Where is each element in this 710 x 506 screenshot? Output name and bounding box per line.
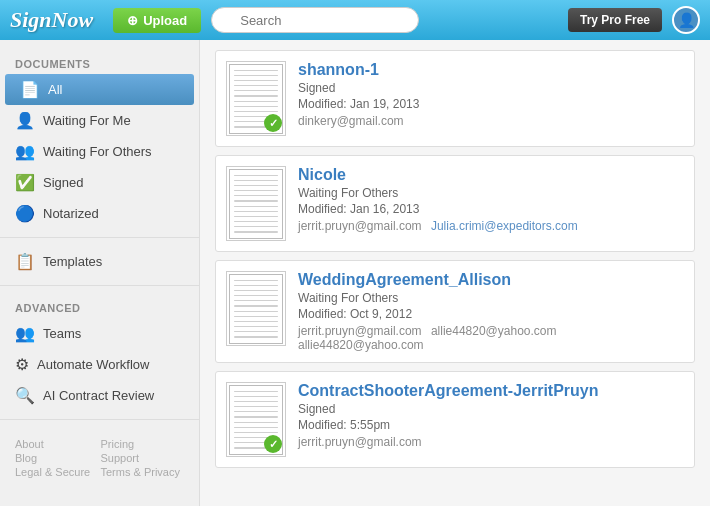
sidebar-item-templates-label: Templates xyxy=(43,254,102,269)
sidebar-footer: About Pricing Blog Support Legal & Secur… xyxy=(0,428,199,488)
sidebar-item-signed[interactable]: ✅ Signed xyxy=(0,167,199,198)
doc-status: Signed xyxy=(298,81,684,95)
search-input[interactable] xyxy=(211,7,419,33)
sidebar-item-teams-label: Teams xyxy=(43,326,81,341)
sidebar-item-ai-review-label: AI Contract Review xyxy=(43,388,154,403)
footer-link-support[interactable]: Support xyxy=(101,452,185,464)
doc-info: shannon-1 Signed Modified: Jan 19, 2013 … xyxy=(298,61,684,128)
signed-icon: ✅ xyxy=(15,173,35,192)
templates-icon: 📋 xyxy=(15,252,35,271)
documents-section-title: DOCUMENTS xyxy=(0,50,199,74)
doc-emails: jerrit.pruyn@gmail.com xyxy=(298,435,684,449)
sidebar-divider-2 xyxy=(0,285,199,286)
sidebar-item-teams[interactable]: 👥 Teams xyxy=(0,318,199,349)
doc-status: Waiting For Others xyxy=(298,186,684,200)
table-row[interactable]: ✓ ContractShooterAgreement-JerritPruyn S… xyxy=(215,371,695,468)
doc-modified: Modified: Jan 19, 2013 xyxy=(298,97,684,111)
waiting-me-icon: 👤 xyxy=(15,111,35,130)
sidebar-item-waiting-others-label: Waiting For Others xyxy=(43,144,152,159)
sidebar-item-automate-label: Automate Workflow xyxy=(37,357,149,372)
advanced-section-title: ADVANCED xyxy=(0,294,199,318)
doc-email-1: dinkery@gmail.com xyxy=(298,114,404,128)
footer-link-pricing[interactable]: Pricing xyxy=(101,438,185,450)
main-layout: DOCUMENTS 📄 All 👤 Waiting For Me 👥 Waiti… xyxy=(0,40,710,506)
table-row[interactable]: Nicole Waiting For Others Modified: Jan … xyxy=(215,155,695,252)
doc-info: Nicole Waiting For Others Modified: Jan … xyxy=(298,166,684,233)
sidebar-divider-1 xyxy=(0,237,199,238)
notarized-icon: 🔵 xyxy=(15,204,35,223)
doc-emails: jerrit.pruyn@gmail.com allie44820@yahoo.… xyxy=(298,324,684,352)
teams-icon: 👥 xyxy=(15,324,35,343)
doc-email-2: allie44820@yahoo.com xyxy=(431,324,557,338)
doc-modified: Modified: Oct 9, 2012 xyxy=(298,307,684,321)
upload-button[interactable]: ⊕ Upload xyxy=(113,8,201,33)
footer-link-legal[interactable]: Legal & Secure xyxy=(15,466,99,478)
doc-title: WeddingAgreement_Allison xyxy=(298,271,684,289)
doc-info: ContractShooterAgreement-JerritPruyn Sig… xyxy=(298,382,684,449)
doc-email-3: allie44820@yahoo.com xyxy=(298,338,424,352)
table-row[interactable]: WeddingAgreement_Allison Waiting For Oth… xyxy=(215,260,695,363)
document-list: ✓ shannon-1 Signed Modified: Jan 19, 201… xyxy=(200,40,710,506)
doc-preview xyxy=(229,274,283,344)
sidebar-item-notarized[interactable]: 🔵 Notarized xyxy=(0,198,199,229)
automate-icon: ⚙ xyxy=(15,355,29,374)
doc-email-1: jerrit.pruyn@gmail.com xyxy=(298,435,422,449)
sidebar-item-signed-label: Signed xyxy=(43,175,83,190)
doc-title: shannon-1 xyxy=(298,61,684,79)
sidebar-item-ai-review[interactable]: 🔍 AI Contract Review xyxy=(0,380,199,411)
doc-thumbnail: ✓ xyxy=(226,382,286,457)
header: SignNow ⊕ Upload 🔍 Try Pro Free 👤 xyxy=(0,0,710,40)
sidebar-divider-3 xyxy=(0,419,199,420)
doc-modified: Modified: Jan 16, 2013 xyxy=(298,202,684,216)
doc-status: Waiting For Others xyxy=(298,291,684,305)
sidebar-item-automate[interactable]: ⚙ Automate Workflow xyxy=(0,349,199,380)
doc-thumbnail: ✓ xyxy=(226,61,286,136)
doc-email-1: jerrit.pruyn@gmail.com xyxy=(298,219,422,233)
footer-link-about[interactable]: About xyxy=(15,438,99,450)
ai-review-icon: 🔍 xyxy=(15,386,35,405)
sidebar-item-waiting-me[interactable]: 👤 Waiting For Me xyxy=(0,105,199,136)
sidebar-item-templates[interactable]: 📋 Templates xyxy=(0,246,199,277)
footer-link-terms[interactable]: Terms & Privacy xyxy=(101,466,185,478)
doc-thumbnail xyxy=(226,166,286,241)
doc-info: WeddingAgreement_Allison Waiting For Oth… xyxy=(298,271,684,352)
all-icon: 📄 xyxy=(20,80,40,99)
waiting-others-icon: 👥 xyxy=(15,142,35,161)
avatar[interactable]: 👤 xyxy=(672,6,700,34)
logo-text: SignNow xyxy=(10,7,93,32)
sidebar-item-all[interactable]: 📄 All xyxy=(5,74,194,105)
sidebar: DOCUMENTS 📄 All 👤 Waiting For Me 👥 Waiti… xyxy=(0,40,200,506)
doc-email-1: jerrit.pruyn@gmail.com xyxy=(298,324,422,338)
sidebar-item-waiting-others[interactable]: 👥 Waiting For Others xyxy=(0,136,199,167)
doc-thumbnail xyxy=(226,271,286,346)
doc-email-2: Julia.crimi@expeditors.com xyxy=(431,219,578,233)
table-row[interactable]: ✓ shannon-1 Signed Modified: Jan 19, 201… xyxy=(215,50,695,147)
sidebar-item-waiting-me-label: Waiting For Me xyxy=(43,113,131,128)
footer-link-blog[interactable]: Blog xyxy=(15,452,99,464)
sidebar-item-all-label: All xyxy=(48,82,62,97)
search-wrap: 🔍 xyxy=(211,7,419,33)
logo: SignNow xyxy=(10,7,93,33)
doc-status: Signed xyxy=(298,402,684,416)
doc-emails: jerrit.pruyn@gmail.com Julia.crimi@exped… xyxy=(298,219,684,233)
doc-title: ContractShooterAgreement-JerritPruyn xyxy=(298,382,684,400)
doc-title: Nicole xyxy=(298,166,684,184)
sidebar-item-notarized-label: Notarized xyxy=(43,206,99,221)
signed-check-icon: ✓ xyxy=(264,435,282,453)
doc-preview xyxy=(229,169,283,239)
doc-modified: Modified: 5:55pm xyxy=(298,418,684,432)
upload-icon: ⊕ xyxy=(127,13,138,28)
doc-emails: dinkery@gmail.com xyxy=(298,114,684,128)
signed-check-icon: ✓ xyxy=(264,114,282,132)
try-pro-button[interactable]: Try Pro Free xyxy=(568,8,662,32)
upload-label: Upload xyxy=(143,13,187,28)
